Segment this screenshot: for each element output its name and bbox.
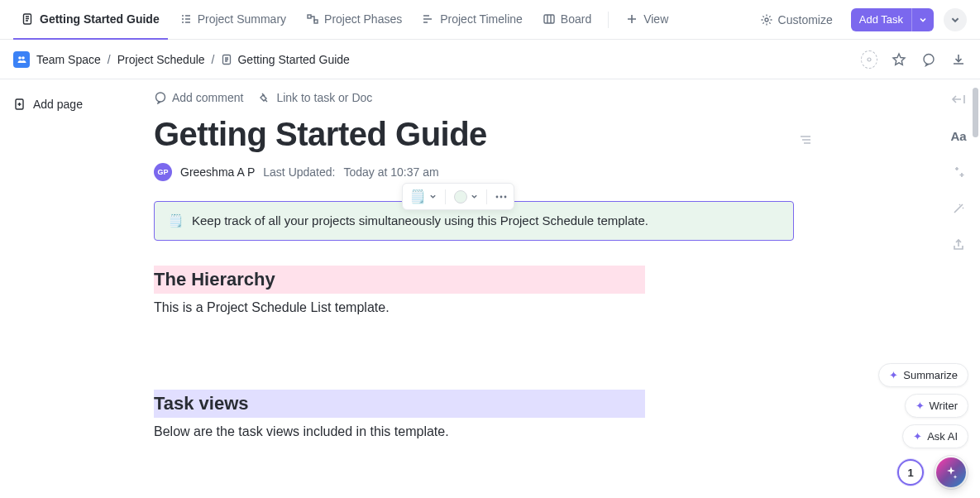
tab-label: Project Timeline <box>440 12 523 26</box>
ai-fab-button[interactable] <box>936 457 966 487</box>
focus-mode-button[interactable] <box>861 51 877 68</box>
notification-button[interactable]: 1 <box>897 459 924 486</box>
notepad-emoji-icon: 🗒️ <box>409 189 426 204</box>
tab-getting-started[interactable]: Getting Started Guide <box>13 0 168 40</box>
chevron-down-icon <box>950 15 960 25</box>
magic-wand-button[interactable] <box>949 199 968 218</box>
doc-sidebar: Add page <box>0 79 141 498</box>
svg-point-8 <box>868 58 871 61</box>
callout-emoji-picker[interactable]: 🗒️ <box>408 187 438 206</box>
tab-label: Board <box>561 12 591 26</box>
add-comment-button[interactable]: Add comment <box>154 91 243 104</box>
add-page-icon <box>13 98 26 111</box>
tab-project-timeline[interactable]: Project Timeline <box>414 0 531 40</box>
chip-label: Summarize <box>903 369 958 381</box>
page-actions <box>861 51 967 68</box>
section-task-views: Task views Below are the task views incl… <box>154 390 794 439</box>
svg-point-14 <box>504 195 507 198</box>
gear-icon <box>760 13 773 26</box>
tab-board[interactable]: Board <box>534 0 600 40</box>
section-heading[interactable]: The Hierarchy <box>154 266 645 294</box>
toolbar-divider <box>445 189 446 204</box>
share-icon <box>952 238 965 251</box>
link-task-label: Link to task or Doc <box>276 91 372 104</box>
ai-chips: ✦ Summarize ✦ Writer ✦ Ask AI <box>878 363 968 448</box>
board-icon <box>543 12 556 26</box>
sparkle-icon <box>952 165 965 179</box>
customize-label: Customize <box>778 13 833 26</box>
outline-toggle[interactable] <box>798 132 813 147</box>
collapse-right-button[interactable] <box>949 89 968 109</box>
doc-meta: GP Greeshma A P Last Updated: Today at 1… <box>154 163 794 181</box>
svg-point-12 <box>496 195 499 198</box>
ai-summarize-chip[interactable]: ✦ Summarize <box>878 363 968 387</box>
sparkle-icon: ✦ <box>889 369 898 381</box>
add-task-label: Add Task <box>851 13 911 26</box>
svg-point-4 <box>765 18 768 22</box>
list-icon <box>179 12 193 26</box>
favorite-button[interactable] <box>891 51 907 68</box>
section-hierarchy: The Hierarchy This is a Project Schedule… <box>154 266 794 315</box>
chevron-down-icon <box>429 193 437 200</box>
doc-top-actions: Add comment Link to task or Doc <box>154 91 794 104</box>
author-avatar[interactable]: GP <box>154 163 172 181</box>
sparkle-icon: ✦ <box>913 430 922 443</box>
breadcrumb-sep: / <box>108 53 111 66</box>
tab-project-summary[interactable]: Project Summary <box>171 0 294 40</box>
callout-text[interactable]: Keep track of all your projects simultan… <box>192 213 648 227</box>
callout-toolbar: 🗒️ <box>402 183 514 210</box>
section-body[interactable]: Below are the task views included in thi… <box>154 424 794 439</box>
callout-color-picker[interactable] <box>452 189 480 205</box>
add-task-button[interactable]: Add Task <box>851 8 934 31</box>
download-icon <box>951 52 966 67</box>
dotted-circle-icon <box>861 50 877 69</box>
callout-more-button[interactable] <box>494 194 509 200</box>
updated-time: Today at 10:37 am <box>343 165 438 179</box>
phases-icon <box>306 12 319 26</box>
more-menu-button[interactable] <box>944 8 967 31</box>
svg-rect-1 <box>308 15 311 18</box>
typography-button[interactable]: Aa <box>949 126 968 146</box>
main-area: Add page Add comment Link to task or Doc… <box>0 79 980 498</box>
chevron-down-icon <box>471 193 478 200</box>
breadcrumb-list[interactable]: Project Schedule <box>117 53 205 66</box>
chevron-down-icon[interactable] <box>911 8 934 31</box>
link-task-button[interactable]: Link to task or Doc <box>258 91 372 104</box>
tab-project-phases[interactable]: Project Phases <box>298 0 410 40</box>
scrollbar[interactable] <box>973 88 978 137</box>
notepad-emoji-icon: 🗒️ <box>168 213 184 228</box>
ai-writer-chip[interactable]: ✦ Writer <box>905 394 968 418</box>
ellipsis-icon <box>495 195 507 199</box>
breadcrumb-space[interactable]: Team Space <box>36 53 101 66</box>
plus-icon <box>625 12 638 26</box>
add-page-button[interactable]: Add page <box>13 98 127 111</box>
add-comment-label: Add comment <box>172 91 243 104</box>
right-rail: Aa <box>949 89 968 255</box>
comments-button[interactable] <box>920 51 937 68</box>
ai-assist-button[interactable] <box>949 162 968 182</box>
share-button[interactable] <box>949 235 968 255</box>
download-button[interactable] <box>950 51 967 68</box>
timeline-icon <box>422 12 435 26</box>
link-icon <box>258 91 271 104</box>
author-name[interactable]: Greeshma A P <box>180 165 255 179</box>
tab-label: Project Summary <box>198 12 286 26</box>
svg-point-5 <box>18 56 22 60</box>
ai-ask-chip[interactable]: ✦ Ask AI <box>902 424 968 448</box>
section-heading[interactable]: Task views <box>154 390 645 418</box>
section-body[interactable]: This is a Project Schedule List template… <box>154 300 794 315</box>
add-view-button[interactable]: View <box>617 0 676 40</box>
toolbar-divider <box>486 189 487 204</box>
star-icon <box>892 52 906 67</box>
tab-label: Project Phases <box>324 12 402 26</box>
notif-count: 1 <box>907 467 913 479</box>
comment-icon <box>921 52 936 67</box>
breadcrumb-bar: Team Space / Project Schedule / Getting … <box>0 40 980 79</box>
customize-button[interactable]: Customize <box>752 8 841 31</box>
view-label: View <box>643 12 668 26</box>
breadcrumb-doc[interactable]: Getting Started Guide <box>237 53 349 66</box>
comment-icon <box>154 91 167 104</box>
tabs-bar: Getting Started Guide Project Summary Pr… <box>0 0 980 40</box>
doc-title[interactable]: Getting Started Guide <box>154 116 794 153</box>
chip-label: Ask AI <box>927 430 958 443</box>
